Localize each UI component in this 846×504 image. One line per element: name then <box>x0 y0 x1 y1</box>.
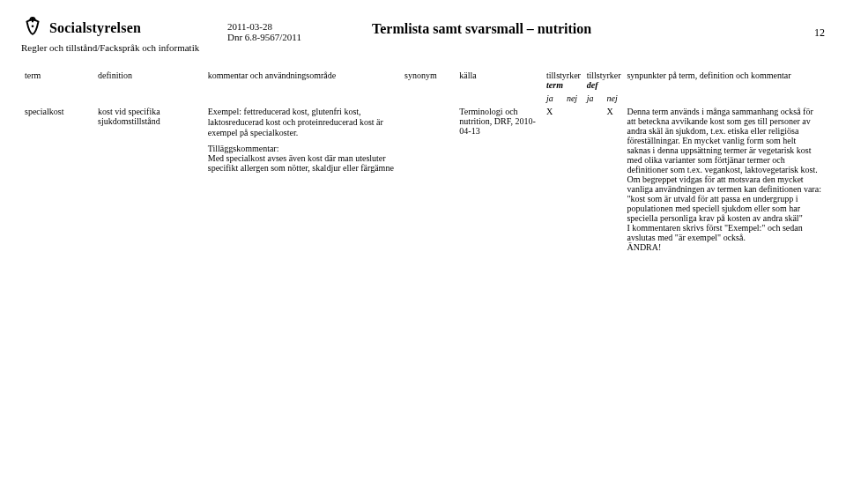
doc-title: Termlista samt svarsmall – nutrition <box>372 21 591 36</box>
document-page: Socialstyrelsen Regler och tillstånd/Fac… <box>0 0 846 263</box>
cell-term-nej <box>563 105 583 254</box>
doc-dnr: Dnr 6.8-9567/2011 <box>227 32 351 42</box>
th-def-ja: ja <box>583 92 604 105</box>
th-kalla: källa <box>456 69 543 105</box>
th-tillstyrker-term-lbl: tillstyrker <box>546 70 581 80</box>
th-kommentar: kommentar och användningsområde <box>204 69 401 105</box>
th-definition: definition <box>94 69 204 105</box>
header-org: Socialstyrelsen Regler och tillstånd/Fac… <box>21 16 206 55</box>
th-tillstyrker-def: tillstyrker def <box>583 69 624 92</box>
logo-icon <box>21 16 44 41</box>
doc-date: 2011-03-28 <box>227 21 351 32</box>
cell-term: specialkost <box>21 105 94 254</box>
table-row: specialkost kost vid specifika sjukdomst… <box>21 105 825 254</box>
th-tillstyrker-term-sub: term <box>546 80 563 90</box>
cell-definition: kost vid specifika sjukdomstillstånd <box>94 105 204 254</box>
term-table: term definition kommentar och användning… <box>21 69 825 254</box>
th-tillstyrker-def-sub: def <box>587 80 598 90</box>
th-synpunkter: synpunkter på term, definition och komme… <box>623 69 825 105</box>
logo-row: Socialstyrelsen <box>21 16 206 41</box>
th-def-nej: nej <box>604 92 624 105</box>
cell-def-nej: X <box>604 105 624 254</box>
th-term-ja: ja <box>543 92 563 105</box>
header-title: Termlista samt svarsmall – nutrition <box>372 16 768 37</box>
kommentar-p2: Med specialkost avses även kost där man … <box>208 153 397 173</box>
page-header: Socialstyrelsen Regler och tillstånd/Fac… <box>21 16 825 55</box>
cell-synonym <box>401 105 456 254</box>
header-meta: 2011-03-28 Dnr 6.8-9567/2011 <box>227 16 351 42</box>
th-tillstyrker-def-lbl: tillstyrker <box>587 70 621 80</box>
th-term: term <box>21 69 94 105</box>
cell-synpunkter: Denna term används i många sammanhang oc… <box>623 105 825 254</box>
cell-kalla: Terminologi och nutrition, DRF, 2010-04-… <box>456 105 543 254</box>
cell-term-ja: X <box>543 105 563 254</box>
cell-def-ja <box>583 105 604 254</box>
cell-kommentar: Exempel: fettreducerad kost, glutenfri k… <box>204 105 401 254</box>
th-synonym: synonym <box>401 69 456 105</box>
kommentar-p2-label: Tilläggskommentar: <box>208 144 397 153</box>
kommentar-p1: Exempel: fettreducerad kost, glutenfri k… <box>208 107 397 138</box>
page-number: 12 <box>790 16 825 40</box>
org-name: Socialstyrelsen <box>49 20 141 36</box>
table-header: term definition kommentar och användning… <box>21 69 825 105</box>
org-subtitle: Regler och tillstånd/Fackspråk och infor… <box>21 42 206 55</box>
th-tillstyrker-term: tillstyrker term <box>543 69 583 92</box>
th-term-nej: nej <box>563 92 583 105</box>
svg-point-0 <box>32 25 34 27</box>
